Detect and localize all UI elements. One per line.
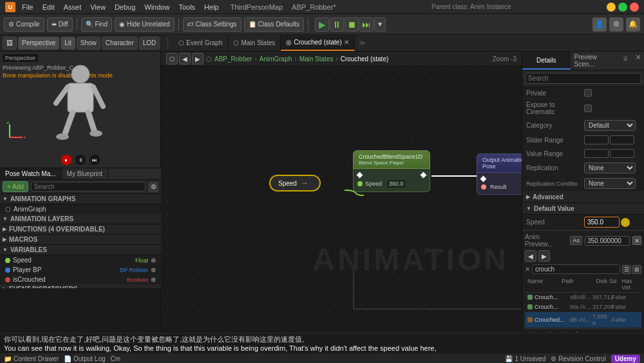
compile-button[interactable]: ⚙ Compile <box>4 17 44 32</box>
menu-view[interactable]: View <box>88 3 108 11</box>
details-close-icon[interactable]: ✕ <box>632 52 644 63</box>
functions-header[interactable]: ▶ FUNCTIONS (4 OVERRIDABLE) <box>0 224 161 235</box>
menu-debug[interactable]: Debug <box>112 3 138 11</box>
variable-speed[interactable]: Speed Float ⊕ <box>0 255 161 265</box>
user-icon[interactable]: 👤 <box>592 17 607 32</box>
anim-row-1[interactable]: Crouch... Wa /All/Gr... 317,206 False <box>525 302 641 312</box>
breadcrumb-main-states[interactable]: Main States <box>299 55 334 63</box>
macros-header[interactable]: ▶ MACROS <box>0 235 161 245</box>
tab-details[interactable]: Details <box>522 52 571 70</box>
tab-main-states[interactable]: ⬡ Main States <box>228 35 281 51</box>
slider-range-max[interactable] <box>610 135 634 144</box>
variable-player-bp[interactable]: Player BP BP Robber ⊕ <box>0 265 161 275</box>
lod-button[interactable]: LOD <box>139 37 160 50</box>
anim-graph-item[interactable]: ⬡ AnimGraph <box>0 204 161 214</box>
event-dispatchers-header[interactable]: ▶ EVENT DISPATCHERS <box>0 284 161 288</box>
graph-canvas[interactable]: Speed → CrouchedBlendSpace1D Blend Space… <box>161 66 522 316</box>
animation-layers-header[interactable]: ▼ ANIMATION LAYERS <box>0 214 161 224</box>
menu-file[interactable]: File <box>19 3 36 11</box>
diff-button[interactable]: ⬌ Diff <box>47 17 73 32</box>
close-tab-icon[interactable]: ✕ <box>344 39 349 46</box>
value-range-max[interactable] <box>610 149 634 158</box>
find-button[interactable]: 🔍 Find <box>81 17 112 32</box>
anim-grid-view-icon[interactable]: ⊞ <box>632 265 641 274</box>
private-checkbox[interactable] <box>584 89 592 97</box>
minimize-button[interactable] <box>607 3 616 12</box>
nav-forward-button[interactable]: ▶ <box>192 53 204 64</box>
category-select[interactable]: Default <box>584 120 636 131</box>
details-overflow-icon[interactable]: ≡ <box>618 52 632 66</box>
skip-button[interactable]: ⏭ <box>359 17 374 32</box>
revision-control-button[interactable]: ⚙ Revision Control <box>551 355 605 362</box>
details-search-input[interactable] <box>525 73 641 84</box>
perspective-button[interactable]: Perspective <box>18 37 59 50</box>
variables-header[interactable]: ▼ VARIABLES <box>0 245 161 255</box>
node-blend-space[interactable]: CrouchedBlendSpace1D Blend Space Player … <box>353 150 430 192</box>
hide-unrelated-button[interactable]: ◉ Hide Unrelated <box>115 17 175 32</box>
more-tabs-button[interactable]: ≫ <box>359 39 365 46</box>
tab-my-blueprint[interactable]: My Blueprint <box>62 168 109 179</box>
pause-button[interactable]: ⏸ <box>330 17 344 32</box>
more-playback-button[interactable]: ▼ <box>374 17 386 32</box>
menu-tools[interactable]: Tools <box>176 3 198 11</box>
tab-event-graph[interactable]: ⬡ Event Graph <box>173 35 228 51</box>
anim-list-view-icon[interactable]: ☰ <box>622 265 631 274</box>
viewport-pause-button[interactable]: ⏸ <box>75 155 86 165</box>
class-settings-button[interactable]: 🏷 Class Settings <box>183 17 242 32</box>
graph-bottom-bar <box>353 308 522 309</box>
notifications-icon[interactable]: 🔔 <box>626 17 640 32</box>
anim-row-2[interactable]: Crouched... dB /All/Gr... 7,598 K False <box>525 312 641 328</box>
node-speed[interactable]: Speed → <box>269 175 321 191</box>
anim-value-input[interactable] <box>585 236 630 246</box>
blueprint-settings-icon[interactable]: ⚙ <box>148 182 158 192</box>
lighting-button[interactable]: Lit <box>61 37 75 50</box>
settings-icon[interactable]: ⚙ <box>609 17 623 32</box>
blueprint-search-input[interactable] <box>31 182 146 191</box>
breadcrumb-animgraph[interactable]: AnimGraph <box>260 55 292 63</box>
anim-back-button[interactable]: ◀ <box>525 250 536 262</box>
class-defaults-button[interactable]: 📋 Class Defaults <box>244 17 304 32</box>
stop-button[interactable]: ⏹ <box>345 17 359 32</box>
animation-graphs-header[interactable]: ▼ ANIMATION GRAPHS <box>0 194 161 204</box>
breadcrumb-abp-robber[interactable]: ABP_Robber <box>214 55 252 63</box>
add-button[interactable]: + Add <box>3 181 28 192</box>
anim-close-icon[interactable]: ✕ <box>632 236 641 245</box>
viewport-canvas[interactable]: Perspective Previewing ABP_Robber_C. Bon… <box>0 52 160 168</box>
anim-row-0[interactable]: Crouch... Idl/All/Gr... 397,711 False <box>525 293 641 302</box>
viewport-record-button[interactable]: ● <box>61 155 71 165</box>
menu-edit[interactable]: Edit <box>40 3 57 11</box>
viewport-skip-button[interactable]: ⏭ <box>90 155 100 165</box>
slider-range-min[interactable] <box>584 135 609 144</box>
character-button[interactable]: Character <box>102 37 138 50</box>
replication-select[interactable]: None <box>584 162 636 173</box>
play-button[interactable]: ▶ <box>315 17 329 32</box>
output-log-button[interactable]: 📄 Output Log <box>64 355 105 362</box>
tab-preview-scene[interactable]: Preview Scen... <box>571 52 619 70</box>
value-range-min[interactable] <box>584 149 609 158</box>
replication-condition-select[interactable]: None <box>584 178 636 189</box>
advanced-section-header[interactable]: ▶ Advanced <box>522 191 644 203</box>
anim-search-input[interactable] <box>532 264 620 274</box>
close-button[interactable] <box>630 3 639 12</box>
variable-is-crouched[interactable]: isCrouched Boolean ⊕ <box>0 275 161 284</box>
menu-asset[interactable]: Asset <box>61 3 84 11</box>
tab-pose-watch[interactable]: Pose Watch Ma... <box>0 168 62 179</box>
anim-as-button[interactable]: As <box>570 236 582 245</box>
node-output-pose[interactable]: Output Animation Pose Result <box>477 153 522 195</box>
crouched-state-icon: ◎ <box>286 39 292 46</box>
anim-forward-button[interactable]: ▶ <box>538 250 550 262</box>
expose-checkbox[interactable] <box>584 104 592 112</box>
menu-window[interactable]: Window <box>142 3 172 11</box>
default-value-section-header[interactable]: ▼ Default Value <box>522 203 644 215</box>
viewport-icon-button[interactable]: 🖼 <box>3 37 17 50</box>
menu-help[interactable]: Help <box>202 3 222 11</box>
cm-button[interactable]: Cm <box>111 355 121 362</box>
nav-back-button[interactable]: ◀ <box>179 53 191 64</box>
maximize-button[interactable] <box>618 3 627 12</box>
speed-value-input[interactable] <box>584 217 620 228</box>
show-button[interactable]: Show <box>77 37 100 50</box>
tab-crouched-state[interactable]: ◎ Crouched (state) ✕ <box>281 35 354 51</box>
speed-value-reset-icon[interactable]: ○ <box>621 218 630 227</box>
nav-home-icon[interactable]: ⬡ <box>166 53 178 64</box>
content-drawer-button[interactable]: 📁 Content Drawer <box>4 355 59 362</box>
